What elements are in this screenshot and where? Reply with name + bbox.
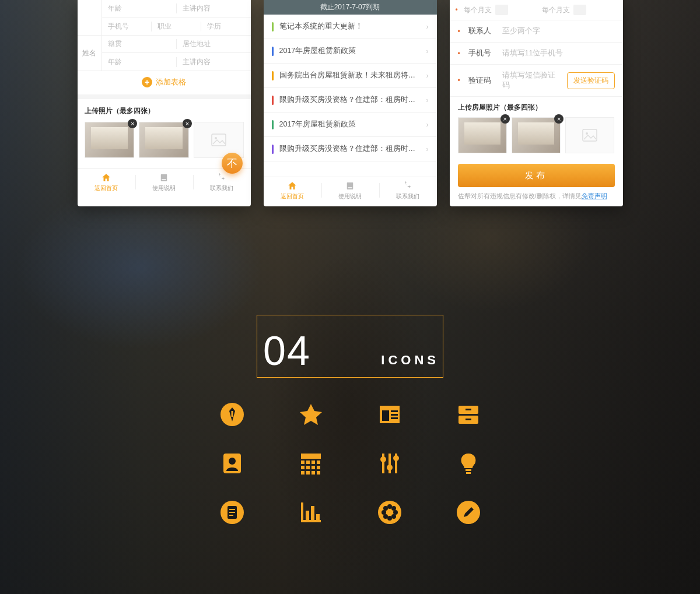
news-item[interactable]: 限购升级买房没资格？住建部：租房时代要来了› — [264, 137, 437, 161]
edit-icon — [429, 500, 508, 525]
half-box[interactable] — [495, 5, 508, 15]
svg-rect-28 — [312, 466, 315, 469]
svg-point-54 — [387, 516, 392, 521]
close-icon[interactable]: × — [501, 114, 510, 124]
svg-rect-29 — [317, 466, 320, 469]
news-item-text: 笔记本系统的重大更新！ — [279, 22, 421, 31]
book-icon — [345, 181, 355, 191]
svg-rect-22 — [301, 461, 304, 464]
photo-thumb[interactable]: × — [512, 117, 561, 153]
svg-rect-31 — [306, 471, 310, 475]
suit-icon — [192, 402, 271, 427]
add-photo-slot[interactable] — [565, 117, 614, 153]
close-icon[interactable]: × — [183, 119, 192, 128]
svg-point-1 — [215, 137, 217, 139]
star-icon — [271, 402, 350, 427]
code-input[interactable]: 请填写短信验证码 — [502, 71, 561, 90]
image-icon — [582, 129, 597, 142]
phone-icon — [216, 173, 227, 183]
photo-thumb[interactable]: × — [85, 122, 135, 158]
cell-hometown[interactable]: 籍贯 — [102, 39, 177, 49]
svg-rect-44 — [229, 509, 235, 510]
tab-label: 使用说明 — [338, 192, 362, 201]
send-code-button[interactable]: 发送验证码 — [567, 72, 615, 89]
publish-button[interactable]: 发布 — [458, 164, 615, 187]
field-label: 联系人 — [468, 26, 496, 36]
cell-mobile[interactable]: 手机号 — [102, 22, 152, 31]
add-photo-slot[interactable] — [194, 122, 244, 158]
flower-icon — [350, 500, 429, 525]
photo-thumb[interactable]: × — [458, 117, 507, 153]
svg-rect-47 — [301, 502, 303, 522]
deadline-banner: 截止2017-7-07到期 — [264, 0, 437, 15]
news-item-text: 国务院出台房屋租赁新政！未来租房将有什么... — [279, 71, 421, 80]
svg-rect-33 — [317, 471, 320, 475]
field-contact: • 联系人 至少两个字 — [450, 20, 623, 43]
svg-point-57 — [383, 506, 388, 511]
tab-label: 返回首页 — [94, 184, 118, 192]
name-column-label: 姓名 — [78, 36, 102, 71]
svg-rect-25 — [317, 461, 320, 464]
section-label: ICONS — [381, 353, 439, 371]
svg-rect-17 — [466, 409, 471, 410]
disclaimer-text: 佐帮对所有违规信息有修改/删除权，详情见 — [458, 192, 582, 199]
field-mobile: • 手机号 请填写11位手机号 — [450, 43, 623, 65]
color-stripe — [272, 145, 274, 154]
cell-age[interactable]: 年龄 — [102, 57, 177, 67]
svg-rect-11 — [382, 410, 389, 421]
tab-home[interactable]: 返回首页 — [264, 177, 321, 203]
plus-icon: + — [142, 77, 152, 87]
close-icon[interactable]: × — [128, 119, 137, 128]
image-icon — [211, 133, 226, 146]
svg-rect-50 — [311, 506, 314, 520]
color-stripe — [272, 120, 274, 129]
svg-rect-6 — [583, 129, 597, 141]
svg-rect-18 — [466, 419, 471, 420]
phone-previews-row: 年龄主讲内容 手机号职业学历 姓名 籍贯居住地址 年龄主讲内容 + 添加表格 上… — [0, 0, 700, 206]
add-table-button[interactable]: + 添加表格 — [78, 71, 251, 94]
tab-home[interactable]: 返回首页 — [78, 169, 135, 195]
svg-rect-12 — [391, 410, 398, 412]
cell-job[interactable]: 职业 — [152, 22, 201, 31]
tab-contact[interactable]: 联系我们 — [379, 177, 437, 203]
photo-thumb[interactable]: × — [139, 122, 189, 158]
mobile-input[interactable]: 请填写11位手机号 — [502, 48, 615, 58]
svg-rect-41 — [466, 472, 471, 474]
svg-point-56 — [393, 510, 398, 515]
tab-contact[interactable]: 联系我们 — [193, 169, 251, 195]
tab-label: 返回首页 — [281, 192, 304, 201]
add-table-label: 添加表格 — [156, 77, 186, 87]
svg-rect-46 — [229, 515, 233, 516]
disclaimer: 佐帮对所有违规信息有修改/删除权，详情见免责声明 — [450, 192, 623, 206]
tab-guide[interactable]: 使用说明 — [135, 169, 193, 195]
news-item-text: 限购升级买房没资格？住建部：租房时代要来了 — [279, 144, 421, 154]
news-item[interactable]: 2017年房屋租赁新政策› — [264, 39, 437, 64]
cell-content[interactable]: 主讲内容 — [177, 57, 251, 67]
tab-bar: 返回首页 使用说明 联系我们 — [78, 168, 251, 195]
contact-input[interactable]: 至少两个字 — [502, 26, 615, 36]
news-item[interactable]: 笔记本系统的重大更新！› — [264, 15, 437, 39]
svg-rect-2 — [161, 174, 167, 181]
phone-icon — [402, 181, 413, 191]
cell-address[interactable]: 居住地址 — [177, 39, 251, 49]
cell-content[interactable]: 主讲内容 — [177, 3, 251, 13]
half-box[interactable] — [573, 5, 586, 15]
bulb-icon — [429, 451, 508, 476]
svg-point-61 — [387, 509, 393, 515]
disclaimer-link[interactable]: 免责声明 — [582, 192, 607, 199]
svg-rect-14 — [391, 417, 398, 419]
news-item[interactable]: 限购升级买房没资格？住建部：租房时代要来了› — [264, 88, 437, 113]
svg-point-58 — [391, 506, 396, 511]
cell-age[interactable]: 年龄 — [102, 3, 177, 13]
tab-label: 使用说明 — [152, 184, 176, 192]
cell-edu[interactable]: 学历 — [201, 22, 250, 31]
contact-card-icon — [192, 451, 271, 476]
news-item[interactable]: 国务院出台房屋租赁新政！未来租房将有什么...› — [264, 64, 437, 88]
news-item[interactable]: 2017年房屋租赁新政策› — [264, 113, 437, 137]
close-icon[interactable]: × — [554, 114, 564, 124]
svg-rect-45 — [229, 512, 235, 513]
svg-rect-32 — [312, 471, 315, 475]
required-mark: • — [458, 76, 463, 85]
tab-guide[interactable]: 使用说明 — [321, 177, 379, 203]
required-mark: • — [458, 50, 463, 58]
